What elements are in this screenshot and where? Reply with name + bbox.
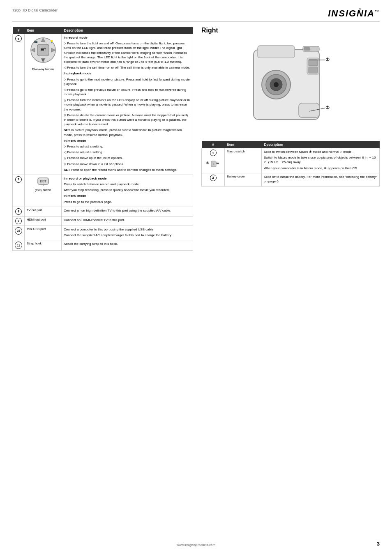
desc-playback-up: Press to turn the indicators on the LCD … <box>64 98 191 112</box>
svg-rect-22 <box>309 67 318 73</box>
desc-usb-computer: Connect a computer to this port using th… <box>64 227 191 232</box>
row-item-9: HDMI out port <box>25 216 62 226</box>
page-number: 3 <box>377 541 380 547</box>
set-label-1: SET <box>64 128 70 132</box>
desc-bold-menu: In menu mode <box>64 138 191 143</box>
col-header-num: # <box>13 27 25 34</box>
footer-website: www.insigniaproducts.com <box>177 543 215 547</box>
row-num-6: 6 <box>13 34 25 175</box>
desc-exit-switch: Press to switch between record and playb… <box>64 182 191 187</box>
desc-bold-menu-2: In menu mode <box>64 193 191 198</box>
row-item-8: TV out port <box>25 207 62 216</box>
item-label-macro: Macro switch <box>227 150 259 153</box>
tri-down-icon-2 <box>64 162 67 166</box>
desc-playback-prev: Press to go to the previous movie or pic… <box>64 88 191 97</box>
svg-text:📷: 📷 <box>34 39 38 43</box>
row-num-9: 9 <box>13 216 25 226</box>
item-label-battery: Battery cover <box>227 175 259 178</box>
tri-down-icon-1 <box>64 113 67 117</box>
desc-bold-record-playback: In record or playback mode <box>64 176 191 181</box>
row-item-6: SET <box>25 34 62 175</box>
page-footer: www.insigniaproducts.com <box>0 543 392 547</box>
right-row-item-1: Macro switch <box>225 148 262 173</box>
macro-switch-svg: ❀ ⛰ ≡ <box>204 158 222 170</box>
fiveway-icon: SET <box>27 35 59 66</box>
svg-text:①: ① <box>325 57 330 62</box>
tri-left-icon-1 <box>64 66 67 69</box>
table-row: 9 HDMI out port Connect an HDMI-enabled … <box>13 216 193 226</box>
right-table-row: 1 ❀ ⛰ <box>202 148 380 173</box>
item-label-10: Mini USB port <box>27 227 59 231</box>
desc-record-light: Press to turn the light on and off. One … <box>64 41 191 64</box>
right-row-desc-1: Slide to switch between Macro ❀ mode and… <box>262 148 380 173</box>
page-title: 720p HD Digital Camcorder <box>12 8 58 12</box>
right-row-desc-2: Slide off to install the battery. For mo… <box>262 173 380 186</box>
right-row-num-1: 1 ❀ ⛰ <box>202 148 225 173</box>
row-num-10: 10 <box>13 226 25 240</box>
desc-menu-left: Press to adjust a setting. <box>64 150 191 154</box>
circled-10: 10 <box>15 227 22 235</box>
macro-icons: ❀ ⛰ ≡ <box>204 158 222 171</box>
tri-left-icon-3 <box>64 150 67 154</box>
desc-macro-closeup: Switch to Macro mode to take close-up pi… <box>264 155 377 164</box>
tri-right-icon-3 <box>64 145 67 148</box>
row-item-11: Strap hook <box>25 240 62 251</box>
circled-1: 1 <box>210 150 217 156</box>
right-row-num-2: 2 <box>202 173 225 186</box>
row-desc-11: Attach the carrying strap to this hook. <box>62 240 193 251</box>
svg-text:EXIT: EXIT <box>40 180 46 183</box>
desc-macro-lcd: When your camcorder is in Macro mode, ❀ … <box>264 166 377 170</box>
tri-right-icon <box>64 41 67 45</box>
tri-left-icon-2 <box>64 88 67 92</box>
svg-text:SET: SET <box>40 48 46 51</box>
desc-tv-out: Connect a non-high-definition TV to this… <box>64 208 191 213</box>
desc-macro-slide: Slide to switch between Macro ❀ mode and… <box>264 150 377 154</box>
camcorder-svg: ① ② <box>245 37 336 136</box>
right-col-header-num: # <box>202 141 225 148</box>
table-row: 10 Mini USB port Connect a computer to t… <box>13 226 193 240</box>
desc-menu-right: Press to adjust a setting. <box>64 144 191 149</box>
right-table: # Item Description 1 <box>201 141 380 187</box>
main-content: # Item Description 6 <box>12 27 380 251</box>
desc-record-timer: Press to turn the self-timer on or off. … <box>64 65 191 70</box>
svg-point-19 <box>274 82 279 87</box>
right-section: Right <box>201 27 380 251</box>
circled-6: 6 <box>15 35 22 42</box>
right-col-header-desc: Description <box>262 141 380 148</box>
row-desc-8: Connect a non-high-definition TV to this… <box>62 207 193 216</box>
right-table-row: 2 Battery cover Slide off to install the… <box>202 173 380 186</box>
svg-rect-21 <box>309 60 318 66</box>
logo: INSIGN^IA™ <box>328 8 380 19</box>
col-header-desc: Description <box>62 27 193 34</box>
table-row: 6 SET <box>13 34 193 175</box>
svg-rect-15 <box>258 46 295 58</box>
desc-battery-cover: Slide off to install the battery. For mo… <box>264 175 377 184</box>
desc-menu-up: Press to move up in the list of options. <box>64 156 191 160</box>
svg-text:≡: ≡ <box>213 163 214 166</box>
right-table-container: # Item Description 1 <box>201 141 380 187</box>
row-num-11: 11 <box>13 240 25 251</box>
row-item-7: EXIT (exit) button <box>25 175 62 207</box>
exit-button-svg: EXIT <box>37 176 49 186</box>
desc-playback-next: Press to go to the next movie or picture… <box>64 77 191 86</box>
left-section: # Item Description 6 <box>12 27 193 251</box>
right-section-title: Right <box>201 27 380 34</box>
camcorder-illustration: ① ② <box>245 37 336 136</box>
desc-bold-playback: In playback mode <box>64 71 191 76</box>
item-label-6: Five-way button <box>27 67 59 71</box>
circled-2: 2 <box>210 175 217 181</box>
desc-strap-hook: Attach the carrying strap to this hook. <box>64 242 191 246</box>
item-label-7: (exit) button <box>27 188 59 192</box>
row-num-8: 8 <box>13 207 25 216</box>
exit-icon: EXIT <box>27 176 59 187</box>
row-desc-6: In record mode Press to turn the light o… <box>62 34 193 175</box>
desc-menu-set: SET Press to open the record menu and to… <box>64 168 191 172</box>
note-label: Note: <box>150 46 159 50</box>
svg-text:②: ② <box>325 105 330 110</box>
page-container: 720p HD Digital Camcorder INSIGN^IA™ # I… <box>0 0 392 555</box>
desc-bold-record: In record mode <box>64 35 191 40</box>
desc-playback-down: Press to delete the current movie or pic… <box>64 113 191 127</box>
right-col-header-item: Item <box>225 141 262 148</box>
item-label-8: TV out port <box>27 208 59 212</box>
row-desc-10: Connect a computer to this port using th… <box>62 226 193 240</box>
